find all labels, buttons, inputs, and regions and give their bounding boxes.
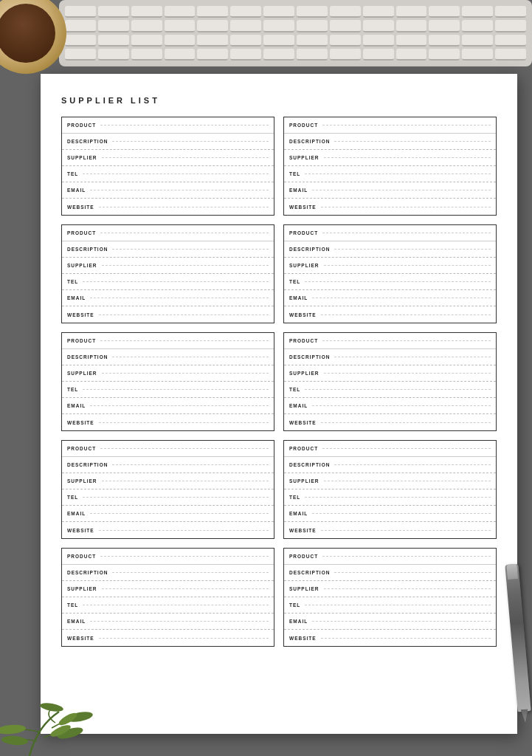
- field-row-description-3: DESCRIPTION: [62, 241, 274, 258]
- field-label-supplier: SUPPLIER: [67, 263, 97, 268]
- field-line[interactable]: [322, 233, 491, 233]
- supplier-card-10: PRODUCTDESCRIPTIONSUPPLIERTELEMAILWEBSIT…: [283, 548, 497, 647]
- field-label-website: WEBSITE: [67, 420, 94, 425]
- field-line[interactable]: [334, 572, 491, 573]
- field-line[interactable]: [334, 141, 491, 142]
- field-row-email-4: EMAIL: [284, 290, 496, 306]
- field-line[interactable]: [90, 621, 269, 622]
- field-line[interactable]: [83, 281, 269, 282]
- field-row-supplier-1: SUPPLIER: [62, 150, 274, 166]
- field-label-tel: TEL: [289, 602, 300, 608]
- field-label-product: PRODUCT: [289, 123, 318, 128]
- field-line[interactable]: [321, 422, 491, 423]
- field-label-product: PRODUCT: [289, 230, 318, 236]
- field-label-product: PRODUCT: [289, 338, 318, 343]
- field-line[interactable]: [90, 405, 269, 406]
- field-row-supplier-8: SUPPLIER: [284, 473, 496, 489]
- field-line[interactable]: [99, 530, 269, 531]
- supplier-card-6: PRODUCTDESCRIPTIONSUPPLIERTELEMAILWEBSIT…: [283, 332, 497, 431]
- field-row-tel-1: TEL: [62, 166, 274, 182]
- field-line[interactable]: [312, 405, 491, 406]
- field-line[interactable]: [100, 340, 269, 341]
- field-line[interactable]: [90, 190, 269, 190]
- keyboard: [59, 0, 532, 66]
- field-label-email: EMAIL: [289, 295, 308, 300]
- field-row-product-10: PRODUCT: [284, 549, 496, 565]
- field-row-product-6: PRODUCT: [284, 333, 496, 349]
- field-line[interactable]: [102, 157, 269, 158]
- field-line[interactable]: [100, 556, 269, 557]
- field-line[interactable]: [305, 173, 491, 174]
- field-row-supplier-4: SUPPLIER: [284, 258, 496, 274]
- field-line[interactable]: [112, 464, 269, 465]
- field-line[interactable]: [90, 513, 269, 514]
- field-label-tel: TEL: [289, 495, 300, 500]
- field-line[interactable]: [99, 207, 269, 207]
- field-line[interactable]: [334, 249, 491, 250]
- field-label-email: EMAIL: [289, 188, 308, 193]
- field-line[interactable]: [321, 530, 491, 531]
- field-line[interactable]: [324, 373, 491, 374]
- field-row-product-1: PRODUCT: [62, 117, 274, 134]
- field-line[interactable]: [334, 464, 491, 465]
- field-line[interactable]: [102, 481, 269, 481]
- field-line[interactable]: [322, 448, 491, 449]
- field-line[interactable]: [305, 497, 491, 498]
- field-row-website-4: WEBSITE: [284, 306, 496, 323]
- field-line[interactable]: [83, 389, 269, 390]
- field-line[interactable]: [83, 497, 269, 498]
- field-line[interactable]: [324, 481, 491, 481]
- field-line[interactable]: [112, 249, 269, 250]
- field-line[interactable]: [99, 422, 269, 423]
- field-line[interactable]: [90, 298, 269, 298]
- field-line[interactable]: [322, 125, 491, 126]
- field-line[interactable]: [100, 125, 269, 126]
- field-line[interactable]: [102, 265, 269, 266]
- field-label-description: DESCRIPTION: [67, 247, 108, 252]
- field-line[interactable]: [324, 157, 491, 158]
- field-label-supplier: SUPPLIER: [67, 371, 97, 376]
- field-line[interactable]: [100, 233, 269, 233]
- field-line[interactable]: [312, 621, 491, 622]
- field-line[interactable]: [83, 605, 269, 605]
- field-line[interactable]: [112, 572, 269, 573]
- field-line[interactable]: [305, 389, 491, 390]
- field-row-email-9: EMAIL: [62, 614, 274, 630]
- field-label-description: DESCRIPTION: [289, 462, 330, 467]
- field-line[interactable]: [99, 638, 269, 639]
- field-label-description: DESCRIPTION: [289, 247, 330, 252]
- field-line[interactable]: [321, 315, 491, 315]
- field-line[interactable]: [102, 373, 269, 374]
- field-line[interactable]: [322, 556, 491, 557]
- field-line[interactable]: [305, 605, 491, 605]
- field-line[interactable]: [112, 357, 269, 357]
- field-row-description-5: DESCRIPTION: [62, 349, 274, 365]
- field-line[interactable]: [322, 340, 491, 341]
- field-label-description: DESCRIPTION: [67, 139, 108, 144]
- field-row-email-10: EMAIL: [284, 614, 496, 630]
- field-line[interactable]: [312, 298, 491, 298]
- field-line[interactable]: [321, 207, 491, 207]
- field-label-email: EMAIL: [289, 511, 308, 516]
- field-row-email-7: EMAIL: [62, 506, 274, 522]
- field-line[interactable]: [99, 315, 269, 315]
- field-line[interactable]: [305, 281, 491, 282]
- field-label-product: PRODUCT: [289, 554, 318, 559]
- field-line[interactable]: [324, 588, 491, 589]
- field-line[interactable]: [102, 588, 269, 589]
- field-label-tel: TEL: [67, 279, 78, 284]
- field-line[interactable]: [312, 190, 491, 190]
- svg-point-6: [0, 724, 26, 735]
- field-line[interactable]: [324, 265, 491, 266]
- field-label-supplier: SUPPLIER: [289, 155, 319, 160]
- field-line[interactable]: [83, 173, 269, 174]
- field-line[interactable]: [312, 513, 491, 514]
- field-line[interactable]: [321, 638, 491, 639]
- field-line[interactable]: [334, 357, 491, 357]
- field-row-supplier-2: SUPPLIER: [284, 150, 496, 166]
- field-label-product: PRODUCT: [67, 230, 96, 236]
- field-line[interactable]: [112, 141, 269, 142]
- supplier-card-1: PRODUCTDESCRIPTIONSUPPLIERTELEMAILWEBSIT…: [61, 117, 274, 216]
- field-row-supplier-5: SUPPLIER: [62, 365, 274, 382]
- field-line[interactable]: [100, 448, 269, 449]
